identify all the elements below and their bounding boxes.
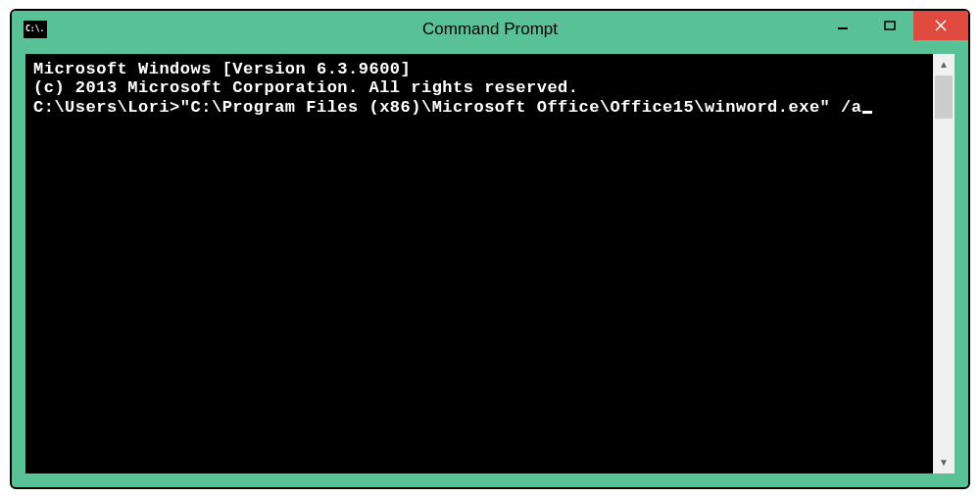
close-icon: [935, 20, 947, 31]
console-line-copyright: (c) 2013 Microsoft Corporation. All righ…: [33, 78, 925, 98]
scroll-up-button[interactable]: ▲: [933, 54, 955, 75]
console-line-version: Microsoft Windows [Version 6.3.9600]: [33, 60, 925, 79]
window-controls: [819, 11, 968, 40]
maximize-icon: [884, 20, 896, 31]
minimize-icon: [837, 20, 849, 31]
window-title: Command Prompt: [422, 20, 558, 39]
console-area: Microsoft Windows [Version 6.3.9600] (c)…: [25, 54, 955, 473]
scroll-track[interactable]: [933, 75, 955, 452]
console-prompt-line: C:\Users\Lori>"C:\Program Files (x86)\Mi…: [33, 98, 925, 118]
cmd-icon: C:\.: [24, 21, 47, 38]
chevron-up-icon: ▲: [939, 59, 949, 70]
cursor-icon: [862, 111, 872, 114]
titlebar[interactable]: C:\. Command Prompt: [12, 11, 968, 48]
cmd-icon-text: C:\.: [25, 25, 44, 33]
minimize-button[interactable]: [819, 11, 866, 40]
maximize-button[interactable]: [866, 11, 913, 40]
vertical-scrollbar[interactable]: ▲ ▼: [933, 54, 955, 473]
scroll-down-button[interactable]: ▼: [933, 452, 955, 473]
scroll-thumb[interactable]: [935, 75, 953, 119]
command-prompt-window: C:\. Command Prompt Mic: [10, 9, 970, 489]
console-prompt-text: C:\Users\Lori>"C:\Program Files (x86)\Mi…: [33, 98, 861, 117]
svg-rect-1: [885, 22, 895, 29]
svg-rect-0: [838, 27, 848, 29]
chevron-down-icon: ▼: [939, 457, 949, 468]
close-button[interactable]: [913, 11, 968, 40]
console-output[interactable]: Microsoft Windows [Version 6.3.9600] (c)…: [25, 54, 933, 473]
